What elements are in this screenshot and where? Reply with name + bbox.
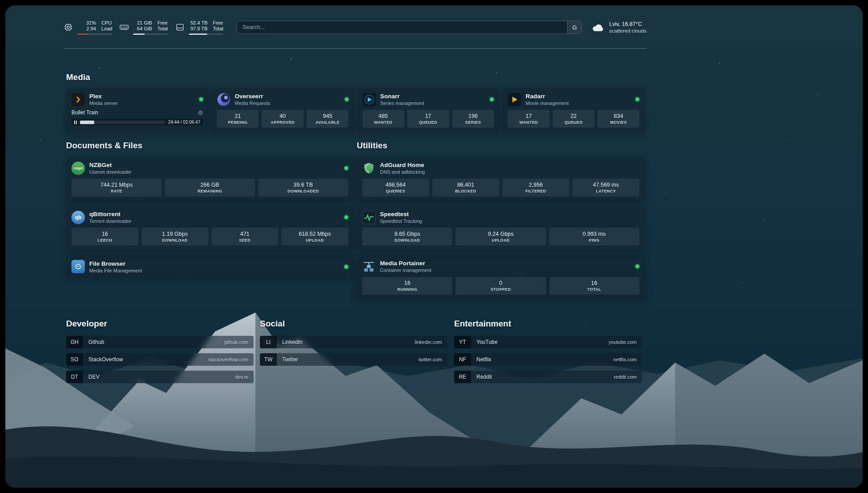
bookmark-name: Netflix bbox=[476, 356, 491, 363]
ram-stat: 21 GiBFree 64 GiBTotal bbox=[119, 20, 167, 35]
stat-blocked: 86,401BLOCKED bbox=[432, 179, 499, 196]
app-subtitle: Speedtest Tracking bbox=[380, 218, 422, 224]
cpu-usage-bar bbox=[77, 33, 112, 35]
utilities-cards-column: AdGuard Home DNS and adblocking 498,564Q… bbox=[357, 157, 645, 299]
pause-button[interactable] bbox=[74, 121, 77, 124]
stat-ping: 0.993 msPING bbox=[549, 228, 639, 246]
stat-running: 16RUNNING bbox=[362, 277, 452, 295]
app-name: Media Portainer bbox=[380, 259, 431, 267]
stat-movies: 834MOVIES bbox=[597, 110, 639, 128]
settings-gear-icon[interactable]: ⚙ bbox=[198, 110, 203, 116]
weather-widget: Lviv, 16.87°C scattered clouds bbox=[592, 21, 647, 34]
cpu-label-top: CPU bbox=[101, 20, 112, 26]
stat-seed: 471SEED bbox=[212, 228, 279, 246]
status-dot bbox=[635, 264, 639, 268]
cpu-load: 2.94 bbox=[77, 26, 96, 32]
stat-download: 9.65 GbpsDOWNLOAD bbox=[362, 228, 452, 246]
app-subtitle: Usenet downloader bbox=[89, 169, 132, 175]
cloud-icon bbox=[592, 21, 605, 34]
bookmark-url: stackoverflow.com bbox=[208, 357, 248, 362]
bookmark-github[interactable]: GH Github github.com bbox=[66, 336, 254, 348]
app-subtitle: Series management bbox=[380, 100, 424, 106]
app-subtitle: Container management bbox=[380, 267, 431, 273]
ram-icon bbox=[119, 22, 129, 32]
weather-location-temp: Lviv, 16.87°C bbox=[609, 21, 647, 28]
bookmark-url: github.com bbox=[224, 339, 248, 345]
bookmark-url: twitter.com bbox=[418, 357, 442, 362]
ram-free: 21 GiB bbox=[133, 20, 152, 26]
app-subtitle: Media Requests bbox=[235, 100, 271, 106]
radarr-card[interactable]: Radarr Movie management 17WANTED 22QUEUE… bbox=[502, 88, 645, 134]
playback-bar: 24:44 / 02:06:47 bbox=[71, 119, 203, 125]
nzbget-icon-text: nzbget bbox=[74, 167, 83, 170]
bookmark-name: YouTube bbox=[476, 339, 497, 345]
nzbget-icon: nzbget bbox=[71, 162, 85, 175]
entertainment-bookmarks: YT YouTube youtube.com NF Netflix netfli… bbox=[454, 336, 642, 383]
plex-icon bbox=[71, 93, 85, 106]
status-dot bbox=[344, 166, 348, 170]
media-cards-row: Plex Media server Bullet Train ⚙ 24:44 /… bbox=[66, 88, 645, 134]
bookmark-linkedin[interactable]: LI LinkedIn linkedin.com bbox=[260, 336, 447, 348]
portainer-card[interactable]: Media Portainer Container management 16R… bbox=[357, 255, 645, 299]
adguard-card[interactable]: AdGuard Home DNS and adblocking 498,564Q… bbox=[357, 157, 645, 201]
overseerr-card[interactable]: Overseerr Media Requests 21PENDING 40APP… bbox=[212, 88, 354, 134]
bookmark-url: netflix.com bbox=[613, 357, 637, 362]
stat-leech: 16LEECH bbox=[71, 228, 138, 246]
ram-label-top: Free bbox=[157, 20, 167, 26]
developer-bookmarks: GH Github github.com SO StackOverflow st… bbox=[66, 336, 254, 383]
disk-total: 97.9 TB bbox=[189, 26, 208, 32]
cpu-usage: 31% bbox=[77, 20, 96, 26]
stat-available: 945AVAILABLE bbox=[307, 110, 349, 128]
sonarr-icon bbox=[363, 93, 376, 106]
cpu-stat: 31%CPU 2.94Load bbox=[63, 20, 112, 35]
portainer-icon bbox=[362, 260, 376, 273]
search-input[interactable] bbox=[237, 21, 567, 33]
documents-cards-column: nzbget NZBGet Usenet downloader 744.21 M… bbox=[66, 157, 354, 278]
app-name: Radarr bbox=[526, 92, 569, 100]
youtube-icon: YT bbox=[454, 336, 471, 348]
bookmark-stackoverflow[interactable]: SO StackOverflow stackoverflow.com bbox=[66, 353, 254, 366]
status-dot bbox=[490, 97, 494, 101]
bookmark-name: Reddit bbox=[476, 374, 492, 380]
filebrowser-card[interactable]: File Browser Media File Management bbox=[66, 255, 354, 278]
bookmark-dev[interactable]: DT DEV dev.to bbox=[66, 371, 254, 383]
linkedin-icon: LI bbox=[260, 336, 277, 348]
stat-stopped: 0STOPPED bbox=[455, 277, 546, 295]
header-divider bbox=[63, 48, 647, 49]
plex-card[interactable]: Plex Media server Bullet Train ⚙ 24:44 /… bbox=[66, 88, 209, 134]
ram-total: 64 GiB bbox=[133, 26, 152, 32]
progress-bar[interactable] bbox=[80, 121, 165, 124]
app-subtitle: Media server bbox=[89, 100, 118, 106]
playback-time: 24:44 / 02:06:47 bbox=[168, 120, 200, 125]
bookmark-youtube[interactable]: YT YouTube youtube.com bbox=[454, 336, 642, 348]
stat-upload: 9.24 GbpsUPLOAD bbox=[455, 228, 546, 246]
search-engine-button[interactable]: G bbox=[567, 21, 581, 33]
app-subtitle: Torrent downloader bbox=[89, 218, 131, 224]
status-dot bbox=[635, 97, 639, 101]
app-name: File Browser bbox=[89, 260, 142, 267]
bookmark-twitter[interactable]: TW Twitter twitter.com bbox=[260, 353, 447, 366]
status-dot bbox=[344, 215, 348, 219]
github-icon: GH bbox=[66, 336, 83, 348]
speedtest-card[interactable]: Speedtest Speedtest Tracking 9.65 GbpsDO… bbox=[357, 206, 645, 250]
bookmark-netflix[interactable]: NF Netflix netflix.com bbox=[454, 353, 642, 366]
bookmark-url: youtube.com bbox=[609, 339, 637, 345]
app-name: NZBGet bbox=[89, 161, 132, 169]
disk-label-bottom: Total bbox=[213, 26, 223, 32]
qbittorrent-card[interactable]: qb qBittorrent Torrent downloader 16LEEC… bbox=[66, 206, 354, 250]
bookmark-reddit[interactable]: RE Reddit reddit.com bbox=[454, 371, 642, 383]
sonarr-card[interactable]: Sonarr Series management 485WANTED 17QUE… bbox=[357, 88, 500, 134]
adguard-icon bbox=[362, 162, 376, 175]
cpu-icon bbox=[63, 22, 73, 32]
dev-icon: DT bbox=[66, 371, 83, 383]
stat-download: 1.19 GbpsDOWNLOAD bbox=[142, 228, 209, 246]
reddit-icon: RE bbox=[454, 371, 471, 383]
app-subtitle: Movie management bbox=[526, 100, 569, 106]
disk-usage-bar bbox=[189, 33, 223, 35]
stat-latency: 47.569 msLATENCY bbox=[572, 179, 639, 196]
disk-label-top: Free bbox=[213, 20, 223, 26]
disk-free: 52.4 TB bbox=[189, 20, 208, 26]
bookmark-name: Twitter bbox=[282, 356, 298, 363]
nzbget-card[interactable]: nzbget NZBGet Usenet downloader 744.21 M… bbox=[66, 157, 354, 201]
cpu-label-bottom: Load bbox=[101, 26, 112, 32]
